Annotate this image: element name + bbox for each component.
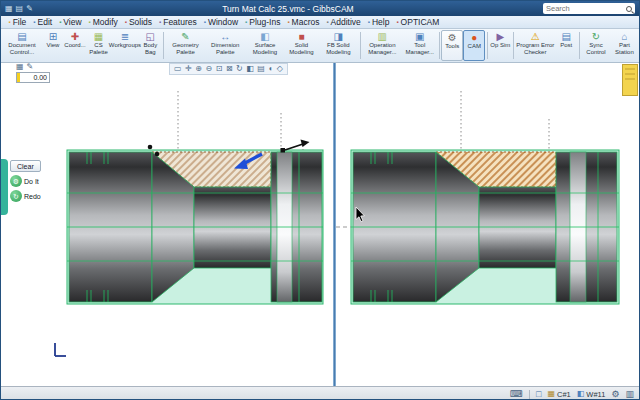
toolbar-button-document-control[interactable]: ▤ Document Control... [2,30,42,61]
toolbar-separator [487,32,488,59]
gear-icon[interactable]: ⚙ [611,390,619,399]
menu-label: Features [163,17,197,27]
coordinate-field[interactable]: 0.00 [16,72,50,83]
toolbar-button-label: Part Station [612,42,637,55]
search-icon[interactable] [626,6,632,12]
wireframe-icon[interactable]: ◇ [277,65,283,73]
toolbar-button-body-bag[interactable]: ◱ Body Bag [139,30,162,61]
menu-macros[interactable]: ▪Macros [284,16,323,28]
drag-handle-dot[interactable] [148,145,153,150]
menu-help-icon: ▪ [368,19,370,25]
zoom-out-icon[interactable]: ⊖ [205,65,212,73]
menu-features-icon: ▪ [159,19,161,25]
app-edit-icon[interactable]: ✎ [26,5,33,13]
menu-features[interactable]: ▪Features [156,16,201,28]
toolbar-button-operation-manager[interactable]: ▥ Operation Manager... [362,30,402,61]
toolbar-button-post[interactable]: ▤ Post [555,30,577,61]
view-controls-toolbar: ▭ ✛ ⊕ ⊖ ⊡ ⊠ ↻ ◧ ▤ ◐ ◇ [169,63,288,75]
view-icon: ⊞ [49,31,57,42]
toolbar-button-part-station[interactable]: ⌂ Part Station [611,30,638,61]
toolbar-button-label: Op Sim [490,42,510,49]
menu-opticam[interactable]: ▪OPTICAM [393,16,443,28]
menu-edit[interactable]: ▪Edit [30,16,56,28]
redo-button[interactable]: ↻ Redo [10,190,41,202]
toolbar-button-dimension-palette[interactable]: ↔ Dimension Palette [205,30,245,61]
select-icon[interactable]: ▭ [174,65,182,73]
toolbar-button-label: Geometry Palette [167,42,204,55]
zoom-in-icon[interactable]: ⊕ [195,65,202,73]
menu-label: OPTICAM [401,17,440,27]
viewport-area: ▭ ✛ ⊕ ⊖ ⊡ ⊠ ↻ ◧ ▤ ◐ ◇ ▦ ✎ 0.00 [1,63,639,386]
toolbar-button-cs-palette[interactable]: ▦ CS Palette [86,30,111,61]
dimension-icon: ↔ [220,31,230,42]
statusbar-separator [529,390,530,399]
monitor-icon[interactable]: □ [536,390,541,399]
edit-value-icon[interactable]: ✎ [27,63,34,71]
titlebar: ▦ ▤ ✎ Turn Mat Calc 25.vmc - GibbsCAM [1,1,639,16]
toolbar-button-tools[interactable]: ⚙ Tools [441,30,463,61]
toolbar-button-view[interactable]: ⊞ View [42,30,64,61]
menu-plugins-icon: ▪ [245,19,247,25]
menu-solids[interactable]: ▪Solids [121,16,155,28]
app-doc-icon[interactable]: ▤ [16,5,24,13]
tools-icon: ⚙ [448,32,457,43]
rotate-view-icon[interactable]: ↻ [236,65,243,73]
menu-solids-icon: ▪ [125,19,127,25]
workgroup-badge[interactable]: ◧ W#11 [577,390,606,399]
toolbar-button-sync-control[interactable]: ↻ Sync Control [581,30,611,61]
right-viewport[interactable] [336,63,640,386]
toolbar-button-surface-modeling[interactable]: ◧ Surface Modeling [245,30,284,61]
fit-view-icon[interactable]: ⊠ [226,65,233,73]
cutting-tool-badge[interactable]: ▦ C#1 [547,390,570,399]
app-grid-icon[interactable]: ▦ [5,5,13,13]
toolbar-button-label: Post [560,42,572,49]
menu-additive[interactable]: ▪Additive [323,16,364,28]
toolbar-button-solid-modeling[interactable]: ■ Solid Modeling [285,30,319,61]
flyout-handle[interactable] [1,159,8,215]
menu-plugins[interactable]: ▪Plug-Ins [242,16,284,28]
top-view-icon[interactable]: ▤ [257,65,265,73]
grid-sb-icon[interactable]: ▥ [625,390,634,399]
menu-view[interactable]: ▪View [56,16,85,28]
menu-window[interactable]: ▪Window [200,16,241,28]
notes-palette[interactable] [622,64,638,96]
left-viewport[interactable] [1,63,333,386]
menu-file[interactable]: ▪File [5,16,30,28]
toolbar-button-op-sim[interactable]: ▶ Op Sim [489,30,511,61]
construction-lines [461,91,549,150]
keyboard-icon[interactable]: ⌨ [510,390,523,399]
cs-axis-marker [55,343,66,356]
toolbar-button-program-error-checker[interactable]: ⚠ Program Error Checker [515,30,555,61]
toolbar-button-cam[interactable]: ● CAM [463,30,485,61]
toolbar-separator [579,32,580,59]
do-it-button[interactable]: ⚙ Do It [10,175,41,187]
clear-button[interactable]: Clear [10,160,41,172]
shading-icon[interactable]: ◐ [268,65,273,73]
coordinate-readout: ▦ ✎ 0.00 [16,63,50,83]
toolbar-button-fb-solid-modeling[interactable]: ◨ FB Solid Modeling [318,30,358,61]
toolbar-button-tool-manager[interactable]: ▣ Tool Manager... [402,30,437,61]
redo-label: Redo [24,193,41,200]
toolbar-separator [360,32,361,59]
toolbar-button-label: Sync Control [582,42,610,55]
action-flyout: Clear ⚙ Do It ↻ Redo [1,159,41,215]
toolbar-button-label: Operation Manager... [363,42,401,55]
palette-line [625,78,635,80]
search-input[interactable] [546,4,624,14]
menu-help[interactable]: ▪Help [364,16,393,28]
drag-handle-dot[interactable] [155,152,160,157]
cs-palette-icon: ▦ [94,31,103,42]
menu-opticam-icon: ▪ [396,19,398,25]
search-box[interactable] [543,3,635,14]
toolbar-button-coord[interactable]: ✚ Coord... [64,30,86,61]
coord-icon: ✚ [71,31,79,42]
zoom-window-icon[interactable]: ⊡ [216,65,223,73]
toolbar-button-workgroups[interactable]: ≣ Workgroups [111,30,139,61]
menu-file-icon: ▪ [9,19,11,25]
window-title: Turn Mat Calc 25.vmc - GibbsCAM [36,4,540,14]
workspace-icon[interactable]: ▦ [16,63,24,71]
pan-icon[interactable]: ✛ [185,65,192,73]
menu-modify[interactable]: ▪Modify [85,16,121,28]
iso-view-icon[interactable]: ◧ [246,65,254,73]
toolbar-button-geometry-palette[interactable]: ✎ Geometry Palette [166,30,205,61]
